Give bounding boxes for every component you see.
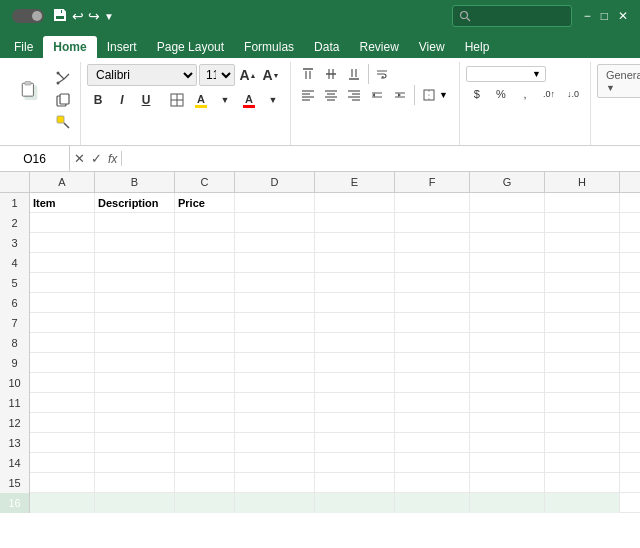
cell-F14[interactable] bbox=[395, 453, 470, 473]
cell-A2[interactable] bbox=[30, 213, 95, 233]
cell-B16[interactable] bbox=[95, 493, 175, 513]
fill-color-dropdown[interactable]: ▼ bbox=[214, 90, 236, 110]
increase-indent-button[interactable] bbox=[389, 85, 411, 105]
row-header-12[interactable]: 12 bbox=[0, 413, 30, 433]
cell-H12[interactable] bbox=[545, 413, 620, 433]
cell-A5[interactable] bbox=[30, 273, 95, 293]
cell-G16[interactable] bbox=[470, 493, 545, 513]
cell-E11[interactable] bbox=[315, 393, 395, 413]
cell-C6[interactable] bbox=[175, 293, 235, 313]
cell-G10[interactable] bbox=[470, 373, 545, 393]
cell-E3[interactable] bbox=[315, 233, 395, 253]
cell-D13[interactable] bbox=[235, 433, 315, 453]
cell-F8[interactable] bbox=[395, 333, 470, 353]
cell-F3[interactable] bbox=[395, 233, 470, 253]
cell-E9[interactable] bbox=[315, 353, 395, 373]
cell-A14[interactable] bbox=[30, 453, 95, 473]
col-header-g[interactable]: G bbox=[470, 172, 545, 192]
comma-format-button[interactable]: , bbox=[514, 84, 536, 104]
cell-B8[interactable] bbox=[95, 333, 175, 353]
cell-G1[interactable] bbox=[470, 193, 545, 213]
cell-H11[interactable] bbox=[545, 393, 620, 413]
align-middle-button[interactable] bbox=[320, 64, 342, 84]
tab-file[interactable]: File bbox=[4, 36, 43, 58]
increase-decimal-button[interactable]: .0↑ bbox=[538, 84, 560, 104]
cell-B1[interactable]: Description bbox=[95, 193, 175, 213]
cell-F1[interactable] bbox=[395, 193, 470, 213]
cell-F7[interactable] bbox=[395, 313, 470, 333]
cell-B4[interactable] bbox=[95, 253, 175, 273]
row-header-13[interactable]: 13 bbox=[0, 433, 30, 453]
cell-H5[interactable] bbox=[545, 273, 620, 293]
cell-E2[interactable] bbox=[315, 213, 395, 233]
cell-A7[interactable] bbox=[30, 313, 95, 333]
cell-H6[interactable] bbox=[545, 293, 620, 313]
font-color-dropdown[interactable]: ▼ bbox=[262, 90, 284, 110]
cell-E5[interactable] bbox=[315, 273, 395, 293]
cell-D15[interactable] bbox=[235, 473, 315, 493]
cell-E12[interactable] bbox=[315, 413, 395, 433]
cell-E10[interactable] bbox=[315, 373, 395, 393]
cell-H15[interactable] bbox=[545, 473, 620, 493]
cell-F15[interactable] bbox=[395, 473, 470, 493]
cell-F9[interactable] bbox=[395, 353, 470, 373]
col-header-a[interactable]: A bbox=[30, 172, 95, 192]
align-bottom-button[interactable] bbox=[343, 64, 365, 84]
cell-E8[interactable] bbox=[315, 333, 395, 353]
save-icon[interactable] bbox=[52, 7, 68, 26]
cell-B10[interactable] bbox=[95, 373, 175, 393]
cell-B11[interactable] bbox=[95, 393, 175, 413]
cell-A9[interactable] bbox=[30, 353, 95, 373]
cell-G2[interactable] bbox=[470, 213, 545, 233]
cell-B5[interactable] bbox=[95, 273, 175, 293]
minimize-icon[interactable]: − bbox=[580, 9, 595, 23]
decrease-decimal-button[interactable]: ↓.0 bbox=[562, 84, 584, 104]
corner-cell[interactable] bbox=[0, 172, 30, 192]
paste-button[interactable] bbox=[10, 64, 50, 120]
cell-G3[interactable] bbox=[470, 233, 545, 253]
row-header-10[interactable]: 10 bbox=[0, 373, 30, 393]
cell-A6[interactable] bbox=[30, 293, 95, 313]
cell-B6[interactable] bbox=[95, 293, 175, 313]
cell-B9[interactable] bbox=[95, 353, 175, 373]
undo-icon[interactable]: ↩ bbox=[72, 8, 84, 24]
cell-D14[interactable] bbox=[235, 453, 315, 473]
cell-H16[interactable] bbox=[545, 493, 620, 513]
cell-C12[interactable] bbox=[175, 413, 235, 433]
cell-G4[interactable] bbox=[470, 253, 545, 273]
cell-A3[interactable] bbox=[30, 233, 95, 253]
cell-C1[interactable]: Price bbox=[175, 193, 235, 213]
cell-E6[interactable] bbox=[315, 293, 395, 313]
copy-button[interactable] bbox=[52, 90, 74, 110]
cell-E13[interactable] bbox=[315, 433, 395, 453]
cell-G6[interactable] bbox=[470, 293, 545, 313]
cell-H1[interactable] bbox=[545, 193, 620, 213]
align-right-button[interactable] bbox=[343, 85, 365, 105]
cell-E7[interactable] bbox=[315, 313, 395, 333]
cell-A10[interactable] bbox=[30, 373, 95, 393]
align-left-button[interactable] bbox=[297, 85, 319, 105]
cell-E4[interactable] bbox=[315, 253, 395, 273]
redo-icon[interactable]: ↪ bbox=[88, 8, 100, 24]
italic-button[interactable]: I bbox=[111, 89, 133, 111]
cell-F12[interactable] bbox=[395, 413, 470, 433]
cell-B2[interactable] bbox=[95, 213, 175, 233]
cell-C3[interactable] bbox=[175, 233, 235, 253]
cell-G12[interactable] bbox=[470, 413, 545, 433]
align-top-button[interactable] bbox=[297, 64, 319, 84]
merge-center-button[interactable]: ▼ bbox=[418, 85, 453, 105]
cell-B13[interactable] bbox=[95, 433, 175, 453]
merge-dropdown-icon[interactable]: ▼ bbox=[439, 90, 448, 100]
row-header-1[interactable]: 1 bbox=[0, 193, 30, 213]
row-header-9[interactable]: 9 bbox=[0, 353, 30, 373]
col-header-h[interactable]: H bbox=[545, 172, 620, 192]
cell-F10[interactable] bbox=[395, 373, 470, 393]
row-header-3[interactable]: 3 bbox=[0, 233, 30, 253]
cell-C15[interactable] bbox=[175, 473, 235, 493]
col-header-d[interactable]: D bbox=[235, 172, 315, 192]
accounting-format-button[interactable]: $ bbox=[466, 84, 488, 104]
cell-D8[interactable] bbox=[235, 333, 315, 353]
cell-C13[interactable] bbox=[175, 433, 235, 453]
cell-E15[interactable] bbox=[315, 473, 395, 493]
cell-F6[interactable] bbox=[395, 293, 470, 313]
